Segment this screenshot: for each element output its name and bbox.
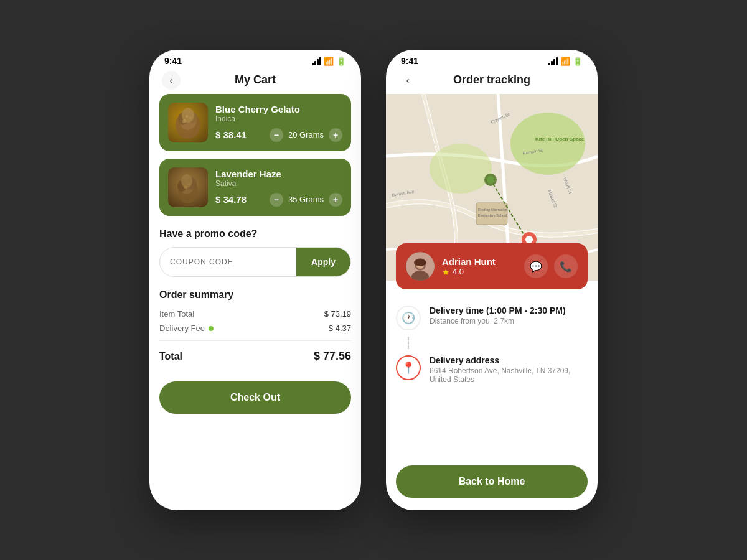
item-total-row: Item Total $ 73.19 (159, 307, 351, 321)
coupon-input[interactable] (160, 248, 296, 276)
svg-point-16 (510, 113, 585, 175)
svg-point-31 (487, 176, 494, 184)
item-total-label: Item Total (159, 309, 194, 319)
status-bar-left: 9:41 📶 🔋 (149, 50, 361, 68)
status-time-left: 9:41 (164, 56, 182, 66)
svg-point-5 (182, 119, 186, 123)
product-bottom-1: $ 38.41 − 20 Grams + (215, 128, 342, 142)
product-card-1: Blue Cherry Gelato Indica $ 38.41 − 20 G… (159, 94, 351, 151)
avatar-svg (406, 252, 435, 281)
phone-icon: 📞 (560, 261, 572, 273)
driver-actions: 💬 📞 (524, 254, 578, 278)
product-image-2 (168, 167, 208, 207)
summary-divider (159, 340, 351, 341)
apply-button[interactable]: Apply (296, 248, 350, 276)
total-value: $ 77.56 (314, 350, 351, 363)
message-button[interactable]: 💬 (524, 254, 548, 278)
svg-text:Elementary School: Elementary School (478, 213, 507, 217)
driver-card: Adrian Hunt ★ 4.0 💬 📞 (396, 243, 588, 289)
product-image-1 (168, 103, 208, 142)
wifi-icon-right: 📶 (560, 57, 570, 66)
product-bottom-2: $ 34.78 − 35 Grams + (215, 193, 342, 207)
svg-point-7 (186, 115, 188, 118)
delivery-address-text: 6614 Robertson Ave, Nashville, TN 37209,… (430, 366, 588, 384)
checkout-button[interactable]: Check Out (159, 381, 351, 414)
status-icons-right: 📶 🔋 (548, 57, 583, 66)
item-total-value: $ 73.19 (324, 309, 351, 319)
product-info-1: Blue Cherry Gelato Indica $ 38.41 − 20 G… (215, 104, 342, 142)
svg-point-12 (181, 174, 192, 188)
cart-phone: 9:41 📶 🔋 ‹ My Cart (149, 50, 361, 510)
clock-icon-wrap: 🕐 (396, 306, 421, 330)
svg-point-14 (189, 183, 191, 185)
total-label: Total (159, 351, 182, 362)
tracking-page-title: Order tracking (453, 73, 530, 86)
cart-content: Blue Cherry Gelato Indica $ 38.41 − 20 G… (149, 94, 361, 510)
svg-point-17 (430, 144, 492, 194)
svg-text:Kite Hill Open Space: Kite Hill Open Space (535, 136, 585, 142)
driver-name: Adrian Hunt (442, 256, 517, 267)
dashed-separator (408, 337, 409, 349)
product-card-2: Lavender Haze Sativa $ 34.78 − 35 Grams … (159, 159, 351, 216)
promo-input-row: Apply (159, 247, 351, 277)
svg-point-33 (525, 236, 533, 243)
clock-icon: 🕐 (402, 311, 415, 325)
location-icon-wrap: 📍 (396, 355, 421, 380)
qty-label-2: 35 Grams (288, 195, 324, 204)
rating-value: 4.0 (453, 267, 464, 276)
total-row: Total $ 77.56 (159, 346, 351, 366)
driver-avatar (406, 252, 435, 281)
delivery-time-row: 🕐 Delivery time (1:00 PM - 2:30 PM) Dist… (396, 299, 588, 337)
delivery-time-block: Delivery time (1:00 PM - 2:30 PM) Distan… (430, 306, 588, 325)
product-type-2: Sativa (215, 179, 342, 188)
page-title: My Cart (235, 73, 276, 86)
signal-icon-right (548, 57, 558, 65)
driver-info: Adrian Hunt ★ 4.0 (442, 256, 517, 277)
delivery-fee-value: $ 4.37 (329, 324, 351, 333)
svg-text:Rooftop Alternative: Rooftop Alternative (478, 208, 507, 212)
status-bar-right: 9:41 📶 🔋 (386, 50, 598, 68)
battery-icon-right: 🔋 (573, 57, 583, 66)
product-price-2: $ 34.78 (215, 194, 247, 205)
quantity-ctrl-2: − 35 Grams + (270, 193, 342, 207)
delivery-time-subtitle: Distance from you. 2.7km (430, 317, 588, 325)
decrease-qty-btn-2[interactable]: − (270, 193, 283, 207)
increase-qty-btn-2[interactable]: + (329, 193, 342, 207)
svg-point-38 (414, 259, 426, 266)
quantity-ctrl-1: − 20 Grams + (270, 128, 342, 142)
order-summary-section: Order summary Item Total $ 73.19 Deliver… (159, 284, 351, 371)
svg-point-13 (184, 186, 187, 189)
tracking-info: 🕐 Delivery time (1:00 PM - 2:30 PM) Dist… (386, 289, 598, 455)
status-time-right: 9:41 (401, 56, 418, 66)
delivery-fee-row: Delivery Fee $ 4.37 (159, 321, 351, 335)
cart-header: ‹ My Cart (149, 68, 361, 94)
tracking-header: ‹ Order tracking (386, 68, 598, 94)
message-icon: 💬 (530, 261, 542, 273)
location-icon: 📍 (402, 361, 415, 375)
delivery-fee-label: Delivery Fee (159, 324, 214, 333)
product-type-1: Indica (215, 114, 342, 123)
back-arrow-icon: ‹ (170, 75, 173, 85)
tracking-phone: 9:41 📶 🔋 ‹ Order tracking (386, 50, 598, 510)
back-button[interactable]: ‹ (162, 71, 181, 90)
qty-label-1: 20 Grams (288, 130, 324, 139)
status-icons-left: 📶 🔋 (312, 57, 346, 66)
promo-section: Have a promo code? Apply (159, 223, 351, 284)
signal-icon (312, 57, 321, 65)
bud-svg-1 (168, 103, 208, 142)
battery-icon: 🔋 (336, 57, 346, 66)
back-to-home-button[interactable]: Back to Home (396, 465, 588, 498)
product-name-1: Blue Cherry Gelato (215, 104, 342, 114)
tracking-back-button[interactable]: ‹ (398, 71, 417, 90)
promo-title: Have a promo code? (159, 228, 351, 240)
delivery-address-title: Delivery address (430, 355, 588, 365)
bud-svg-2 (168, 167, 208, 207)
delivery-time-title: Delivery time (1:00 PM - 2:30 PM) (430, 306, 588, 315)
call-button[interactable]: 📞 (554, 254, 578, 278)
product-price-1: $ 38.41 (215, 129, 247, 140)
decrease-qty-btn-1[interactable]: − (270, 128, 283, 142)
increase-qty-btn-1[interactable]: + (329, 128, 342, 142)
delivery-status-dot (209, 326, 214, 331)
product-info-2: Lavender Haze Sativa $ 34.78 − 35 Grams … (215, 169, 342, 207)
product-name-2: Lavender Haze (215, 169, 342, 179)
